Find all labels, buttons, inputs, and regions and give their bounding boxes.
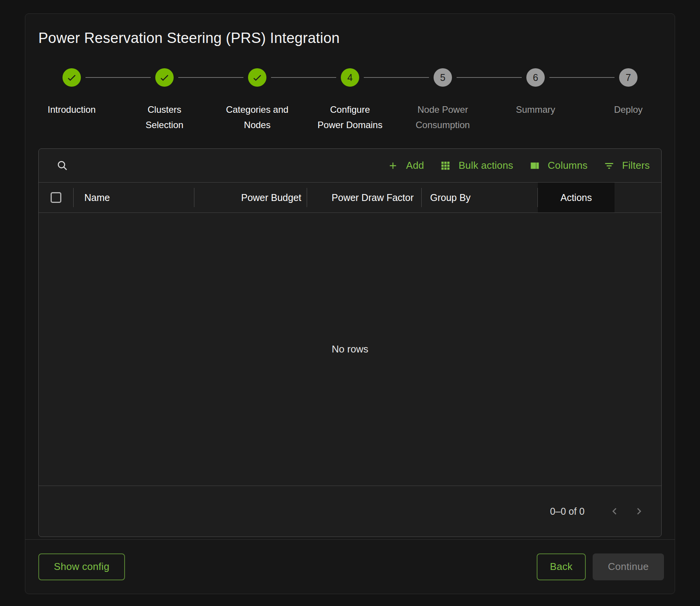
- add-button-label: Add: [406, 160, 424, 171]
- table-toolbar: Add Bulk actions Columns Filters: [39, 149, 661, 183]
- header-cell-filler: [615, 183, 661, 212]
- step-connector: [549, 77, 615, 78]
- step-label: Categories andNodes: [211, 102, 304, 133]
- columns-icon: [529, 160, 540, 171]
- continue-button[interactable]: Continue: [593, 553, 664, 580]
- step-label: Introduction: [25, 102, 118, 117]
- step-connector: [271, 77, 336, 78]
- table-body: No rows: [39, 213, 661, 486]
- table-header-row: Name Power Budget Power Draw Factor Grou…: [39, 183, 661, 213]
- step-label: Deploy: [582, 102, 675, 117]
- pagination-range-label: 0–0 of 0: [550, 506, 585, 517]
- power-domains-table: Add Bulk actions Columns Filters: [38, 148, 662, 537]
- grid-icon: [440, 160, 451, 171]
- chevron-left-icon: [608, 505, 621, 518]
- filters-button[interactable]: Filters: [604, 160, 650, 171]
- header-cell-group-by[interactable]: Group By: [422, 183, 537, 212]
- header-cell-power-draw-factor[interactable]: Power Draw Factor: [307, 183, 421, 212]
- step-configure-power-domains[interactable]: 4 ConfigurePower Domains: [304, 68, 396, 133]
- step-completed-check-icon: [248, 68, 266, 87]
- step-connector: [85, 77, 151, 78]
- step-label: Summary: [489, 102, 582, 117]
- step-introduction[interactable]: Introduction: [25, 68, 118, 133]
- columns-button-label: Columns: [548, 160, 588, 171]
- header-cell-actions[interactable]: Actions: [538, 183, 615, 212]
- next-page-button[interactable]: [627, 499, 651, 524]
- bulk-actions-button[interactable]: Bulk actions: [440, 160, 513, 171]
- columns-button[interactable]: Columns: [529, 160, 588, 171]
- filters-button-label: Filters: [622, 160, 650, 171]
- header-cell-power-budget[interactable]: Power Budget: [194, 183, 307, 212]
- chevron-right-icon: [633, 505, 646, 518]
- search-icon[interactable]: [56, 160, 69, 172]
- step-label: Node PowerConsumption: [396, 102, 489, 133]
- step-connector: [178, 77, 243, 78]
- step-summary[interactable]: 6 Summary: [489, 68, 582, 133]
- wizard-card: Power Reservation Steering (PRS) Integra…: [25, 13, 675, 594]
- table-pagination: 0–0 of 0: [39, 486, 661, 537]
- plus-icon: [388, 160, 398, 171]
- filter-icon: [604, 160, 615, 171]
- toolbar-actions: Add Bulk actions Columns Filters: [388, 160, 650, 171]
- step-upcoming-circle: 7: [619, 68, 638, 87]
- page-title: Power Reservation Steering (PRS) Integra…: [38, 29, 662, 47]
- step-label: ClustersSelection: [118, 102, 211, 133]
- add-button[interactable]: Add: [388, 160, 424, 171]
- step-deploy[interactable]: 7 Deploy: [582, 68, 675, 133]
- empty-state-message: No rows: [332, 343, 368, 355]
- header-cell-name[interactable]: Name: [74, 183, 194, 212]
- step-completed-check-icon: [155, 68, 174, 87]
- show-config-button[interactable]: Show config: [38, 553, 125, 580]
- select-all-checkbox[interactable]: [51, 192, 61, 203]
- step-label: ConfigurePower Domains: [304, 102, 396, 133]
- step-connector: [457, 77, 522, 78]
- back-button[interactable]: Back: [537, 553, 586, 580]
- bulk-actions-button-label: Bulk actions: [458, 160, 513, 171]
- step-upcoming-circle: 5: [434, 68, 452, 87]
- step-categories-and-nodes[interactable]: Categories andNodes: [211, 68, 304, 133]
- step-active-circle: 4: [341, 68, 359, 87]
- wizard-footer: Show config Back Continue: [25, 540, 675, 594]
- header-cell-checkbox: [39, 183, 73, 212]
- step-node-power-consumption[interactable]: 5 Node PowerConsumption: [396, 68, 489, 133]
- step-clusters-selection[interactable]: ClustersSelection: [118, 68, 211, 133]
- step-completed-check-icon: [62, 68, 81, 87]
- step-upcoming-circle: 6: [526, 68, 545, 87]
- wizard-stepper: Introduction ClustersSelection Categorie…: [25, 68, 675, 133]
- step-connector: [364, 77, 429, 78]
- previous-page-button[interactable]: [602, 499, 627, 524]
